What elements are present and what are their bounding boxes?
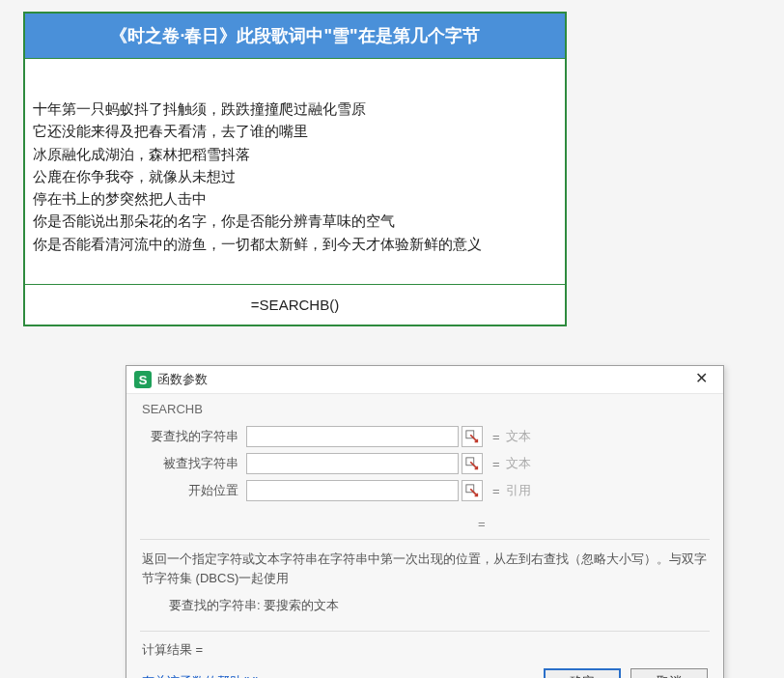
- calc-result-label: 计算结果 =: [140, 631, 710, 659]
- help-link[interactable]: 有关该函数的帮助(H): [142, 673, 534, 678]
- lyric-line: 冰原融化成湖泊，森林把稻雪抖落: [33, 143, 557, 165]
- arg-type-hint: 文本: [506, 455, 531, 472]
- cancel-button[interactable]: 取消: [630, 668, 708, 678]
- formula-cell[interactable]: =SEARCHB(): [25, 285, 565, 325]
- range-picker-icon[interactable]: [462, 480, 483, 501]
- arg-label: 开始位置: [140, 482, 246, 499]
- lyric-line: 公鹿在你争我夺，就像从未想过: [33, 165, 557, 187]
- range-picker-icon[interactable]: [462, 426, 483, 447]
- param-hint: 要查找的字符串: 要搜索的文本: [142, 588, 708, 617]
- lyric-line: 你是否能说出那朵花的名字，你是否能分辨青草味的空气: [33, 210, 557, 232]
- question-header-cell[interactable]: 《时之卷·春日》此段歌词中"雪"在是第几个字节: [25, 14, 565, 59]
- spreadsheet-selection: 《时之卷·春日》此段歌词中"雪"在是第几个字节 十年第一只蚂蚁抖了抖触须，跌跌撞…: [23, 12, 567, 326]
- lyric-line: 它还没能来得及把春天看清，去了谁的嘴里: [33, 120, 557, 142]
- range-picker-icon[interactable]: [462, 453, 483, 474]
- argument-fields: 要查找的字符串 = 文本 被查找字符串 = 文本 开始位置: [140, 422, 710, 513]
- within-text-input[interactable]: [246, 453, 459, 474]
- arg-row-find-text: 要查找的字符串 = 文本: [140, 426, 710, 447]
- param-hint-label: 要查找的字符串:: [169, 598, 261, 612]
- function-name-label: SEARCHB: [140, 402, 710, 416]
- find-text-input[interactable]: [246, 426, 459, 447]
- description-text: 返回一个指定字符或文本字符串在字符串中第一次出现的位置，从左到右查找（忽略大小写…: [142, 550, 708, 588]
- equals-sign: =: [492, 457, 500, 471]
- ok-button[interactable]: 确定: [544, 668, 621, 678]
- arg-row-start-num: 开始位置 = 引用: [140, 480, 710, 501]
- formula-preview: =: [140, 513, 710, 539]
- arg-type-hint: 引用: [506, 482, 531, 499]
- dialog-footer: 有关该函数的帮助(H) 确定 取消: [140, 659, 710, 678]
- arg-type-hint: 文本: [506, 428, 531, 445]
- app-icon: S: [134, 371, 152, 388]
- dialog-titlebar[interactable]: S 函数参数 ✕: [126, 366, 723, 394]
- function-description: 返回一个指定字符或文本字符串在字符串中第一次出现的位置，从左到右查找（忽略大小写…: [140, 539, 710, 621]
- close-icon[interactable]: ✕: [686, 370, 715, 389]
- lyric-line: 停在书上的梦突然把人击中: [33, 187, 557, 210]
- equals-sign: =: [492, 484, 500, 498]
- lyric-line: 你是否能看清河流中的游鱼，一切都太新鲜，到今天才体验新鲜的意义: [33, 233, 557, 255]
- function-arguments-dialog: S 函数参数 ✕ SEARCHB 要查找的字符串 = 文本 被查找字符串: [126, 365, 724, 678]
- arg-label: 要查找的字符串: [140, 428, 246, 445]
- equals-sign: =: [492, 430, 500, 444]
- param-hint-text: 要搜索的文本: [264, 598, 339, 612]
- lyric-line: 十年第一只蚂蚁抖了抖触须，跌跌撞撞爬过融化雪原: [33, 98, 557, 120]
- start-num-input[interactable]: [246, 480, 459, 501]
- lyrics-cell[interactable]: 十年第一只蚂蚁抖了抖触须，跌跌撞撞爬过融化雪原 它还没能来得及把春天看清，去了谁…: [25, 59, 565, 285]
- arg-row-within-text: 被查找字符串 = 文本: [140, 453, 710, 474]
- dialog-title: 函数参数: [157, 371, 686, 388]
- arg-label: 被查找字符串: [140, 455, 246, 472]
